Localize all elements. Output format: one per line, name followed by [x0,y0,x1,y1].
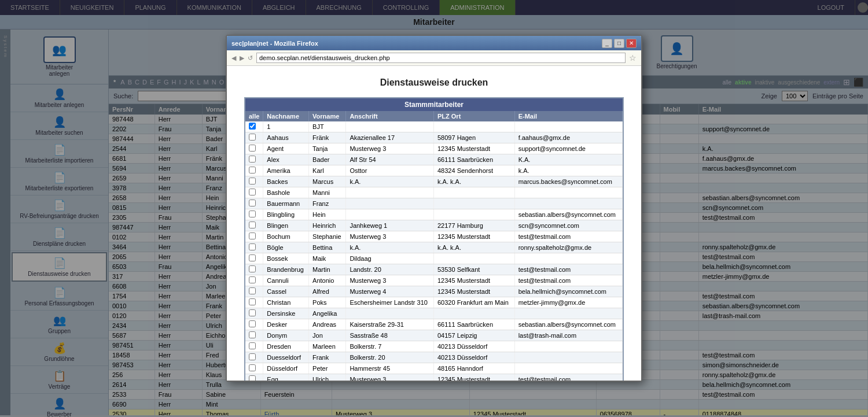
list-item[interactable]: CannuliAntonioMusterweg 312345 Mustersta… [245,275,623,286]
list-item[interactable]: EggUlrichMusterweg 312345 Musterstadttes… [245,374,623,381]
modal-table-cell [346,121,434,132]
list-item[interactable]: DeskerAndreasKaiserstraße 29-3166111 Saa… [245,319,623,330]
refresh-button[interactable]: ↺ [248,54,253,62]
modal-table-cell: Duesseldorf [263,352,309,363]
modal-table-cell: Janhkeweg 1 [346,220,434,231]
modal-table-cell: Alfred [309,286,346,297]
list-item[interactable]: AgentTanjaMusterweg 312345 Musterstadtsu… [245,143,623,154]
list-item[interactable]: BossekMaikDildaag [245,253,623,264]
modal-table-cell [514,198,622,209]
list-item[interactable]: CasselAlfredMusterweg 412345 Musterstadt… [245,286,623,297]
modal-row-checkbox[interactable] [245,297,263,308]
modal-table-cell: Blingen [263,220,309,231]
modal-row-checkbox[interactable] [245,154,263,165]
modal-row-checkbox[interactable] [245,132,263,143]
modal-row-checkbox[interactable] [245,242,263,253]
modal-table-cell: Andreas [309,319,346,330]
modal-table-cell: Musterweg 3 [346,275,434,286]
modal-row-checkbox[interactable] [245,220,263,231]
modal-table-cell: k.A. [514,165,622,176]
list-item[interactable]: DuesseldorfFrankBolkerstr. 2040213 Düsse… [245,352,623,363]
list-item[interactable]: DüsseldorfPeterHammerstr 4548165 Hanndor… [245,363,623,374]
list-item[interactable]: AlexBaderAlf Str 5466111 SaarbrückenK.A. [245,154,623,165]
modal-row-checkbox[interactable] [245,319,263,330]
list-item[interactable]: AahausFränkAkazienallee 1758097 Hagenf.a… [245,132,623,143]
modal-col-nachname[interactable]: Nachname [263,111,309,121]
modal-table-cell: 04157 Leipzig [433,330,514,341]
modal-table-cell: Heinrich [309,220,346,231]
list-item[interactable]: DresdenMarleenBolkerstr. 740213 Düsseldo… [245,341,623,352]
modal-table-cell [433,308,514,319]
modal-col-anschrift[interactable]: Anschrift [346,111,434,121]
modal-row-checkbox[interactable] [245,165,263,176]
list-item[interactable]: BasholeManni [245,187,623,198]
modal-table-cell: Martin [309,264,346,275]
modal-table-cell: Bossek [263,253,309,264]
modal-table-cell: Frank [309,352,346,363]
modal-row-checkbox[interactable] [245,176,263,187]
list-item[interactable]: BrandenbrugMartinLandstr. 2053530 Selfka… [245,264,623,275]
modal-employees-table: alle Nachname Vorname Anschrift PLZ Ort … [245,111,623,381]
list-item[interactable]: DersinskeAngelika [245,308,623,319]
back-button[interactable]: ◀ [231,54,236,62]
modal-table-cell: test@testmail.com [514,264,622,275]
modal-row-checkbox[interactable] [245,330,263,341]
modal-table-cell [346,187,434,198]
modal-table-cell [433,198,514,209]
modal-row-checkbox[interactable] [245,308,263,319]
modal-window: sec|plan|net - Mozilla Firefox _ □ ✕ ◀ ▶… [226,35,642,382]
modal-table-cell: Dresden [263,341,309,352]
modal-col-email[interactable]: E-Mail [514,111,622,121]
modal-row-checkbox[interactable] [245,286,263,297]
modal-row-checkbox[interactable] [245,352,263,363]
modal-content: Dienstausweise drucken Stammmitarbeiter … [227,66,641,381]
modal-row-checkbox[interactable] [245,264,263,275]
modal-row-checkbox[interactable] [245,121,263,132]
modal-table-cell: Cannuli [263,275,309,286]
modal-col-plz[interactable]: PLZ Ort [433,111,514,121]
modal-table-cell: Angelika [309,308,346,319]
modal-row-checkbox[interactable] [245,143,263,154]
window-close-button[interactable]: ✕ [626,39,637,48]
modal-table-cell: Akazienallee 17 [346,132,434,143]
modal-row-checkbox[interactable] [245,374,263,381]
list-item[interactable]: 1BJT [245,121,623,132]
list-item[interactable]: BochumStephanieMusterweg 312345 Musterst… [245,231,623,242]
modal-table-cell: Alex [263,154,309,165]
modal-row-checkbox[interactable] [245,187,263,198]
modal-row-checkbox[interactable] [245,198,263,209]
modal-table-cell: Peter [309,363,346,374]
modal-table-cell: 1 [263,121,309,132]
bookmark-icon[interactable]: ☆ [629,53,637,62]
modal-table-cell: 12345 Musterstadt [433,275,514,286]
window-maximize-button[interactable]: □ [614,39,624,48]
list-item[interactable]: BauermannFranz [245,198,623,209]
modal-row-checkbox[interactable] [245,209,263,220]
window-minimize-button[interactable]: _ [602,39,612,48]
url-input[interactable] [256,53,626,63]
modal-table-cell: ronny.spalteholz@gmx.de [514,242,622,253]
modal-row-checkbox[interactable] [245,253,263,264]
modal-row-checkbox[interactable] [245,363,263,374]
list-item[interactable]: BlingenHeinrichJanhkeweg 122177 Hamburgs… [245,220,623,231]
forward-button[interactable]: ▶ [240,54,244,62]
modal-table-cell: k.A. [346,176,434,187]
modal-table-cell: k.A. k.A. [433,176,514,187]
modal-row-checkbox[interactable] [245,341,263,352]
list-item[interactable]: BackesMarcusk.A.k.A. k.A.marcus.backes@s… [245,176,623,187]
modal-table-cell [346,198,434,209]
modal-table-container: Stammmitarbeiter alle Nachname Vorname A… [244,97,624,381]
modal-overlay: sec|plan|net - Mozilla Firefox _ □ ✕ ◀ ▶… [0,0,868,417]
modal-row-checkbox[interactable] [245,231,263,242]
modal-table-cell: 60320 Frankfurt am Main [433,297,514,308]
list-item[interactable]: ChristanPoksEschersheimer Landstr 310603… [245,297,623,308]
modal-table-cell: test@testmail.com [514,231,622,242]
list-item[interactable]: BögleBettinak.A.k.A. k.A.ronny.spaltehol… [245,242,623,253]
list-item[interactable]: DonymJonSasstraße 4804157 Leipziglast@tr… [245,330,623,341]
modal-table-cell: 66111 Saarbrücken [433,154,514,165]
list-item[interactable]: AmerikaKarlOsttor48324 Sendenhorstk.A. [245,165,623,176]
modal-col-vorname[interactable]: Vorname [309,111,346,121]
modal-table-cell: test@testmail.com [514,374,622,381]
modal-row-checkbox[interactable] [245,275,263,286]
list-item[interactable]: BlingblingHeinsebastian.albers@syncomnet… [245,209,623,220]
